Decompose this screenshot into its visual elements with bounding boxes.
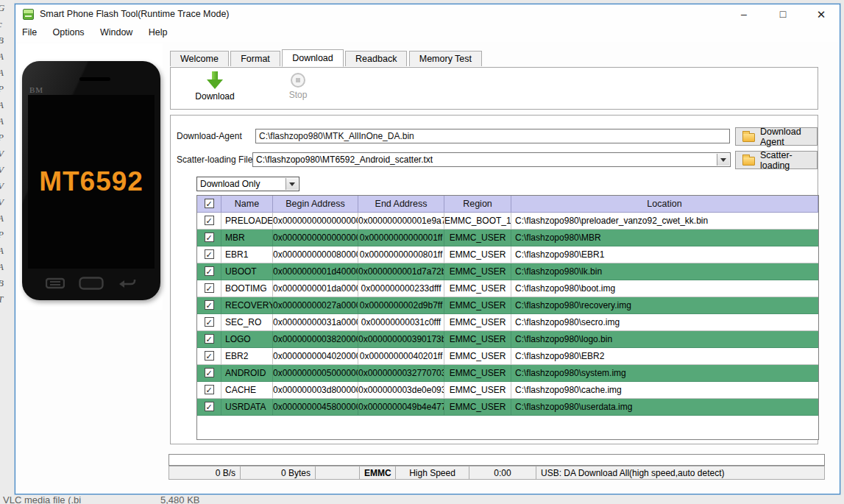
table-row[interactable]: ✓PRELOADER0x00000000000000000x0000000000…: [197, 213, 818, 230]
table-row[interactable]: ✓CACHE0x000000003d8000000x000000003de0e0…: [197, 382, 818, 399]
column-header-end[interactable]: End Address: [358, 196, 444, 213]
select-all-header-cell[interactable]: ✓: [197, 196, 221, 213]
download-agent-browse-button[interactable]: Download Agent: [735, 127, 818, 146]
row-checkbox-cell: ✓: [197, 230, 221, 246]
menu-help[interactable]: Help: [142, 24, 174, 40]
table-row[interactable]: ✓UBOOT0x0000000001d400000x0000000001d7a7…: [197, 263, 818, 280]
partition-name-cell: UBOOT: [221, 263, 273, 280]
table-row[interactable]: ✓BOOTIMG0x0000000001da00000x000000000233…: [197, 280, 818, 297]
region-cell: EMMC_USER: [444, 331, 511, 348]
row-checkbox[interactable]: ✓: [205, 233, 214, 242]
scatter-browse-button[interactable]: Scatter-loading: [735, 151, 818, 169]
scatter-file-combobox[interactable]: C:\flashzopo980\MT6592_Android_scatter.t…: [252, 152, 731, 167]
background-letter: P: [0, 81, 15, 97]
status-bytes: 0 Bytes: [241, 466, 316, 480]
table-row[interactable]: ✓ANDROID0x00000000050000000x000000003277…: [197, 365, 818, 382]
region-cell: EMMC_USER: [444, 230, 511, 246]
tab-readback[interactable]: Readback: [345, 51, 407, 66]
row-checkbox[interactable]: ✓: [205, 334, 214, 344]
tab-memory-test[interactable]: Memory Test: [409, 51, 482, 66]
close-button[interactable]: ✕: [810, 7, 832, 22]
background-letter: B: [0, 275, 15, 291]
partition-name-cell: EBR2: [221, 348, 273, 365]
download-agent-input[interactable]: [255, 129, 730, 143]
background-window-left-edge: GcBAAPAAPVVVVAPAABT: [0, 0, 15, 504]
download-button[interactable]: Download: [182, 71, 248, 102]
column-header-name[interactable]: Name: [221, 196, 273, 213]
maximize-button[interactable]: □: [772, 7, 794, 22]
background-letter: P: [0, 227, 15, 243]
column-header-begin[interactable]: Begin Address: [273, 196, 358, 213]
row-checkbox[interactable]: ✓: [205, 249, 214, 259]
row-checkbox[interactable]: ✓: [205, 385, 214, 394]
row-checkbox[interactable]: ✓: [205, 351, 214, 361]
table-row[interactable]: ✓RECOVERY0x00000000027a00000x0000000002d…: [197, 297, 818, 314]
menu-bar: File Options Window Help: [15, 24, 840, 42]
menu-options[interactable]: Options: [46, 24, 91, 40]
chevron-down-icon[interactable]: [286, 178, 298, 190]
row-checkbox[interactable]: ✓: [205, 368, 214, 377]
region-cell: EMMC_USER: [444, 399, 511, 416]
stop-button[interactable]: Stop: [265, 71, 331, 100]
row-checkbox[interactable]: ✓: [205, 317, 214, 327]
table-row[interactable]: ✓EBR20x00000000040200000x00000000040201f…: [197, 348, 818, 365]
location-cell: C:\flashzopo980\logo.bin: [511, 331, 818, 348]
phone-screen: MT6592: [28, 95, 155, 269]
phone-home-icon: [79, 277, 104, 290]
chevron-down-icon[interactable]: [717, 154, 729, 166]
table-row[interactable]: ✓SEC_RO0x00000000031a00000x00000000031c0…: [197, 314, 818, 331]
location-cell: C:\flashzopo980\recovery.img: [511, 297, 818, 314]
window-title: Smart Phone Flash Tool(Runtime Trace Mod…: [40, 9, 230, 19]
row-checkbox[interactable]: ✓: [205, 283, 214, 293]
end-address-cell: 0x0000000001d7a72b: [358, 263, 444, 280]
title-bar[interactable]: Smart Phone Flash Tool(Runtime Trace Mod…: [15, 4, 840, 24]
location-cell: C:\flashzopo980\lk.bin: [511, 263, 818, 280]
row-checkbox[interactable]: ✓: [205, 402, 214, 411]
background-letter: A: [0, 65, 15, 81]
scatter-file-label: Scatter-loading File: [177, 155, 252, 165]
chipset-label: MT6592: [39, 166, 143, 197]
end-address-cell: 0x0000000049b4e477: [358, 399, 444, 416]
region-cell: EMMC_BOOT_1: [444, 213, 511, 230]
end-address-cell: 0x00000000031c0fff: [358, 314, 444, 331]
minimize-button[interactable]: –: [733, 7, 755, 22]
begin-address-cell: 0x0000000005000000: [273, 365, 358, 382]
region-cell: EMMC_USER: [444, 365, 511, 382]
end-address-cell: 0x000000000390173b: [358, 331, 444, 348]
begin-address-cell: 0x0000000000000000: [273, 230, 358, 246]
status-message: USB: DA Download All(high speed,auto det…: [536, 466, 825, 480]
tab-download[interactable]: Download: [282, 49, 344, 67]
row-checkbox-cell: ✓: [197, 314, 221, 331]
row-checkbox[interactable]: ✓: [205, 216, 214, 225]
partition-name-cell: MBR: [221, 230, 273, 246]
select-all-checkbox[interactable]: ✓: [205, 199, 214, 208]
status-usb-mode: High Speed: [396, 466, 469, 480]
table-row[interactable]: ✓MBR0x00000000000000000x00000000000001ff…: [197, 230, 818, 246]
table-row[interactable]: ✓EBR10x00000000000800000x00000000000801f…: [197, 246, 818, 263]
download-mode-select[interactable]: Download Only: [196, 177, 299, 191]
row-checkbox-cell: ✓: [197, 382, 221, 399]
background-file-label: VLC media file (.bi: [3, 494, 81, 504]
scatter-file-value: C:\flashzopo980\MT6592_Android_scatter.t…: [256, 155, 433, 165]
phone-menu-icon: [46, 277, 65, 290]
table-row[interactable]: ✓LOGO0x00000000038200000x000000000390173…: [197, 331, 818, 348]
background-letter: A: [0, 97, 15, 113]
begin-address-cell: 0x0000000000080000: [273, 246, 358, 263]
row-checkbox[interactable]: ✓: [205, 266, 214, 276]
menu-window[interactable]: Window: [93, 24, 139, 40]
menu-file[interactable]: File: [15, 24, 43, 40]
column-header-location[interactable]: Location: [511, 196, 818, 213]
location-cell: C:\flashzopo980\MBR: [511, 230, 818, 246]
background-letter: A: [0, 259, 15, 275]
folder-icon: [742, 133, 755, 142]
end-address-cell: 0x000000000233dfff: [358, 280, 444, 297]
partition-name-cell: ANDROID: [221, 365, 273, 382]
row-checkbox-cell: ✓: [197, 297, 221, 314]
status-time: 0:00: [469, 466, 536, 480]
row-checkbox[interactable]: ✓: [205, 300, 214, 310]
tab-welcome[interactable]: Welcome: [170, 51, 229, 66]
download-agent-label: Download-Agent: [177, 131, 242, 141]
table-row[interactable]: ✓USRDATA0x00000000458000000x0000000049b4…: [197, 399, 818, 416]
tab-format[interactable]: Format: [230, 51, 280, 66]
column-header-region[interactable]: Region: [444, 196, 511, 213]
